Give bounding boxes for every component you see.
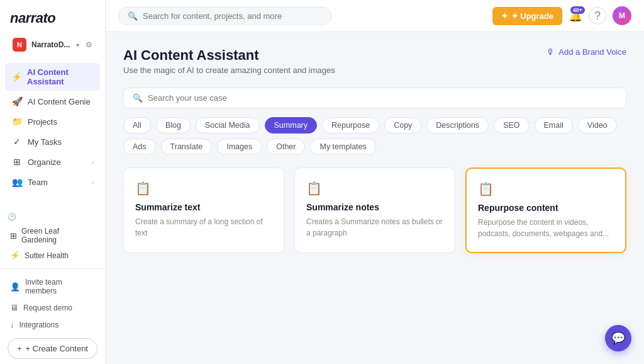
filter-pill-all[interactable]: All xyxy=(123,117,151,134)
page-subtitle: Use the magic of AI to create amazing co… xyxy=(123,65,335,75)
create-content-button[interactable]: + + Create Content xyxy=(8,338,97,359)
sidebar: narrato N NarratoD... ▾ ⚙ ⚡AI Content As… xyxy=(0,0,106,364)
user-avatar-button[interactable]: M xyxy=(613,6,631,25)
help-button[interactable]: ? xyxy=(589,7,606,25)
filter-pill-social-media[interactable]: Social Media xyxy=(196,117,260,134)
sidebar-item-organize[interactable]: ⊞Organize› xyxy=(5,152,100,171)
filter-pill-images[interactable]: Images xyxy=(217,139,262,155)
chat-icon: 💬 xyxy=(611,331,625,345)
filter-pill-blog[interactable]: Blog xyxy=(156,117,191,134)
card-icon-summarize-text: 📋 xyxy=(135,181,272,196)
create-content-label: + Create Content xyxy=(26,344,88,353)
page-header: AI Content Assistant Use the magic of AI… xyxy=(123,47,626,75)
help-icon: ? xyxy=(594,9,601,23)
filter-pill-email[interactable]: Email xyxy=(535,117,573,134)
bottom-link-invite-team[interactable]: 👤Invite team members xyxy=(8,274,97,299)
card-title-summarize-notes: Summarize notes xyxy=(306,202,443,212)
upgrade-icon: ✦ xyxy=(501,11,508,21)
topbar: 🔍 ✦ ✦ Upgrade 🔔 40+ ? M xyxy=(106,0,644,32)
filter-pill-descriptions[interactable]: Descriptions xyxy=(426,117,489,134)
nav-icon-projects: 📁 xyxy=(11,117,23,127)
nav-icon-team: 👥 xyxy=(11,177,23,187)
filter-pill-summary[interactable]: Summary xyxy=(265,117,317,134)
sidebar-item-label-organize: Organize xyxy=(28,157,61,167)
chat-bubble-button[interactable]: 💬 xyxy=(605,325,631,351)
add-brand-voice-button[interactable]: 🎙 Add a Brand Voice xyxy=(547,47,626,57)
recent-item-sutter-health[interactable]: ⚡Sutter Health xyxy=(8,247,97,263)
global-search-box[interactable]: 🔍 xyxy=(118,7,332,25)
content-area: AI Content Assistant Use the magic of AI… xyxy=(106,32,644,364)
search-icon: 🔍 xyxy=(133,93,143,103)
search-icon: 🔍 xyxy=(128,11,138,21)
nav-icon-ai-content-assistant: ⚡ xyxy=(11,72,22,82)
global-search-input[interactable] xyxy=(143,11,323,21)
filter-pill-ads[interactable]: Ads xyxy=(123,139,156,155)
card-icon-summarize-notes: 📋 xyxy=(306,181,443,196)
sidebar-item-team[interactable]: 👥Team› xyxy=(5,173,100,191)
sidebar-bottom: 👤Invite team members🖥Request demo↓Integr… xyxy=(0,268,105,364)
recent-label-green-leaf: Green Leaf Gardening xyxy=(21,227,95,244)
notifications-badge: 40+ xyxy=(570,6,585,14)
filter-pill-seo[interactable]: SEO xyxy=(494,117,529,134)
sidebar-item-ai-content-genie[interactable]: 🚀AI Content Genie xyxy=(5,92,100,111)
topbar-right: ✦ ✦ Upgrade 🔔 40+ ? M xyxy=(492,6,631,25)
page-header-left: AI Content Assistant Use the magic of AI… xyxy=(123,47,335,75)
workspace-avatar: N xyxy=(13,38,26,52)
gear-icon[interactable]: ⚙ xyxy=(86,40,92,49)
sidebar-item-label-ai-content-genie: AI Content Genie xyxy=(28,97,91,106)
filter-pill-other[interactable]: Other xyxy=(267,139,305,155)
sidebar-item-projects[interactable]: 📁Projects xyxy=(5,112,100,131)
upgrade-label: ✦ Upgrade xyxy=(511,11,553,21)
notifications-button[interactable]: 🔔 40+ xyxy=(569,9,582,23)
workspace-name: NarratoD... xyxy=(31,40,71,49)
sidebar-item-label-projects: Projects xyxy=(28,117,57,127)
card-repurpose-content[interactable]: 📋Repurpose contentRepurpose the content … xyxy=(465,168,626,253)
recent-icon-sutter-health: ⚡ xyxy=(10,251,20,260)
usecase-search-box[interactable]: 🔍 xyxy=(123,88,626,108)
logo-text: narrato xyxy=(10,10,55,26)
sidebar-item-label-team: Team xyxy=(28,178,48,187)
recent-item-green-leaf[interactable]: ⊞Green Leaf Gardening xyxy=(8,224,97,247)
bottom-link-label-integrations: Integrations xyxy=(19,321,59,329)
chevron-down-icon: ▾ xyxy=(76,42,79,48)
upgrade-button[interactable]: ✦ ✦ Upgrade xyxy=(492,7,562,25)
sidebar-item-label-my-tasks: My Tasks xyxy=(28,137,62,147)
card-desc-summarize-notes: Creates a Summarize notes as bullets or … xyxy=(306,216,443,239)
sidebar-item-my-tasks[interactable]: ✓My Tasks xyxy=(5,132,100,151)
sidebar-item-label-ai-content-assistant: AI Content Assistant xyxy=(27,67,94,86)
sidebar-logo: narrato xyxy=(0,0,105,34)
recent-icon-green-leaf: ⊞ xyxy=(10,231,17,241)
nav-icon-organize: ⊞ xyxy=(11,157,23,167)
bottom-link-integrations[interactable]: ↓Integrations xyxy=(8,316,97,333)
nav-icon-my-tasks: ✓ xyxy=(11,137,23,147)
workspace-selector[interactable]: N NarratoD... ▾ ⚙ xyxy=(5,34,100,55)
filter-pill-my-templates[interactable]: My templates xyxy=(310,139,375,155)
filter-pill-repurpose[interactable]: Repurpose xyxy=(322,117,379,134)
page-title: AI Content Assistant xyxy=(123,47,335,64)
mic-icon: 🎙 xyxy=(547,47,555,57)
card-title-summarize-text: Summarize text xyxy=(135,202,272,212)
clock-icon: 🕐 xyxy=(8,213,16,221)
card-summarize-text[interactable]: 📋Summarize textCreate a summary of a lon… xyxy=(123,168,284,253)
filter-pill-copy[interactable]: Copy xyxy=(384,117,421,134)
filter-pill-video[interactable]: Video xyxy=(578,117,617,134)
bottom-link-label-invite-team: Invite team members xyxy=(25,278,95,295)
card-title-repurpose-content: Repurpose content xyxy=(478,203,614,213)
main-content: 🔍 ✦ ✦ Upgrade 🔔 40+ ? M AI Content Ass xyxy=(106,0,644,364)
filter-pill-translate[interactable]: Translate xyxy=(161,139,213,155)
bottom-link-icon-integrations: ↓ xyxy=(10,320,14,329)
recents-label: 🕐 xyxy=(8,213,97,221)
card-desc-summarize-text: Create a summary of a long section of te… xyxy=(135,216,272,239)
usecase-search-input[interactable] xyxy=(148,93,617,103)
card-icon-repurpose-content: 📋 xyxy=(478,181,614,196)
bottom-link-icon-invite-team: 👤 xyxy=(10,282,20,292)
nav-icon-ai-content-genie: 🚀 xyxy=(11,96,23,106)
bottom-link-request-demo[interactable]: 🖥Request demo xyxy=(8,299,97,316)
chevron-right-icon: › xyxy=(92,179,94,186)
cards-grid: 📋Summarize textCreate a summary of a lon… xyxy=(123,168,626,253)
card-summarize-notes[interactable]: 📋Summarize notesCreates a Summarize note… xyxy=(294,168,455,253)
sidebar-item-ai-content-assistant[interactable]: ⚡AI Content Assistant xyxy=(5,63,100,91)
recents-section: 🕐 ⊞Green Leaf Gardening⚡Sutter Health xyxy=(0,210,105,268)
recent-label-sutter-health: Sutter Health xyxy=(25,251,69,260)
main-nav: ⚡AI Content Assistant🚀AI Content Genie📁P… xyxy=(0,60,105,210)
